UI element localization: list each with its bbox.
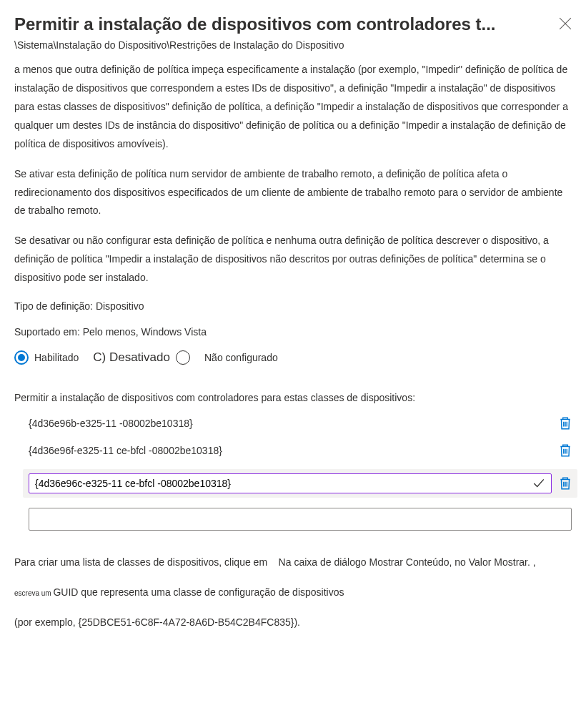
trash-icon[interactable] [559, 443, 572, 458]
list-item-editing [23, 469, 577, 498]
help-line1a: Para criar uma lista de classes de dispo… [14, 556, 270, 568]
help-line2a: escreva um [14, 589, 53, 597]
help-line1b: Na caixa de diálogo Mostrar Conteúdo, no… [279, 556, 536, 568]
list-item: {4d36e96f-e325-11 ce-bfcl -08002be10318} [29, 442, 572, 459]
list-item-new [29, 508, 572, 531]
list-item-input[interactable] [35, 478, 532, 489]
page-title: Permitir a instalação de dispositivos co… [14, 13, 552, 35]
radio-disabled-label: C) Desativado [93, 350, 170, 365]
setting-type: Tipo de definição: Dispositivo [14, 300, 572, 312]
list-item-value: {4d36e96f-e325-11 ce-bfcl -08002be10318} [29, 442, 552, 459]
radio-not-configured-label: Não configurado [204, 352, 278, 363]
state-radio-group: Habilitado C) Desativado Não configurado [14, 350, 572, 365]
device-classes-list: {4d36e96b-e325-11 -08002be10318} {4d36e9… [14, 415, 572, 531]
radio-circle-icon [14, 350, 29, 365]
radio-enabled-label: Habilitado [34, 352, 79, 363]
check-icon[interactable] [532, 477, 545, 490]
trash-icon[interactable] [559, 416, 572, 431]
list-item-value: {4d36e96b-e325-11 -08002be10318} [29, 415, 552, 432]
trash-icon[interactable] [559, 476, 572, 491]
close-icon[interactable] [559, 17, 572, 30]
device-classes-label: Permitir a instalação de dispositivos co… [14, 392, 572, 403]
help-line3: (por exemplo, {25DBCE51-6C8F-4A72-8A6D-B… [14, 612, 572, 632]
help-text: Para criar uma lista de classes de dispo… [14, 552, 572, 632]
radio-enabled[interactable]: Habilitado [14, 350, 79, 365]
description-p1: a menos que outra definição de política … [14, 61, 572, 153]
radio-circle-icon [176, 350, 190, 365]
new-item-input[interactable] [29, 508, 572, 531]
help-line2b: GUID que representa uma classe de config… [53, 586, 344, 598]
radio-not-configured[interactable]: Não configurado [204, 352, 278, 363]
breadcrumb: \Sistema\Instalação do Dispositivo\Restr… [14, 39, 572, 51]
radio-disabled[interactable]: C) Desativado [93, 350, 190, 365]
list-item-input-wrapper [29, 473, 552, 493]
description-p2: Se ativar esta definição de política num… [14, 165, 572, 221]
supported-on: Suportado em: Pelo menos, Windows Vista [14, 326, 572, 338]
description-p3: Se desativar ou não configurar esta defi… [14, 232, 572, 287]
policy-description: a menos que outra definição de política … [14, 61, 572, 287]
list-item: {4d36e96b-e325-11 -08002be10318} [29, 415, 572, 432]
